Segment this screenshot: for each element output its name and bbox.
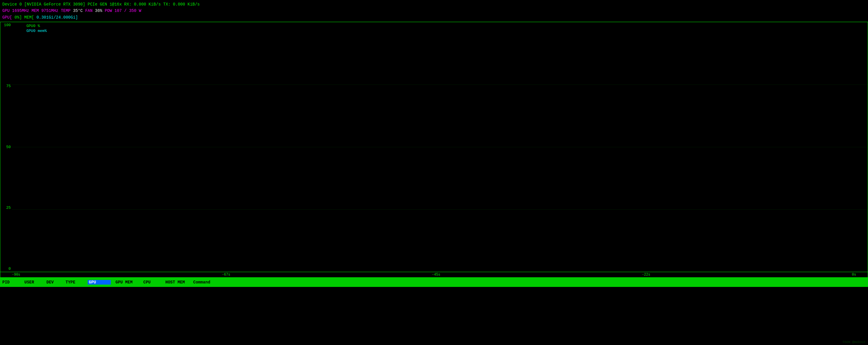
chart-inner: GPU0 % GPU0 mem% — [12, 22, 868, 272]
col-user: USER — [24, 280, 42, 285]
device-info-line: Device 0 [NVIDIA GeForce RTX 3090] PCIe … — [2, 1, 866, 7]
col-gpu: GPU — [88, 280, 111, 285]
x-label-90s: -90s — [12, 273, 20, 277]
x-label-67s: -67s — [222, 273, 230, 277]
y-label-25: 25 — [1, 206, 11, 210]
y-label-75: 75 — [1, 84, 11, 88]
gpu-bar-line: GPU[ 0%] MEM[ 0.301Gi/24.000Gi] — [2, 14, 866, 21]
chart-area: 100 75 50 25 0 GPU0 % GPU — [0, 22, 868, 272]
gpu-stats-line: GPU 1695MHz MEM 9751MHz TEMP 35°C FAN 36… — [2, 7, 866, 14]
chart-section: 100 75 50 25 0 GPU0 % GPU — [0, 22, 868, 278]
y-label-100: 100 — [1, 23, 11, 27]
col-pid: PID — [2, 280, 20, 285]
mem-bar-close: ] — [75, 15, 78, 20]
device-info-text: Device 0 [NVIDIA GeForce RTX 3090] PCIe … — [2, 2, 200, 7]
mem-bar-label: MEM[ — [22, 15, 34, 20]
y-label-50: 50 — [1, 145, 11, 149]
x-label-45s: -45s — [432, 273, 440, 277]
table-header: PID USER DEV TYPE GPU GPU MEM CPU HOST M… — [0, 278, 868, 287]
col-dev: DEV — [46, 280, 61, 285]
x-axis: -90s -67s -45s -22s 0s — [0, 272, 868, 277]
header-section: Device 0 [NVIDIA GeForce RTX 3090] PCIe … — [0, 0, 868, 22]
gpu-bar-pct: 0%] — [12, 15, 22, 20]
main-container: Device 0 [NVIDIA GeForce RTX 3090] PCIe … — [0, 0, 868, 345]
footer-section: ©SON @mobout — [0, 287, 868, 345]
x-label-0s: 0s — [852, 273, 856, 277]
gpu-bar-label: GPU[ — [2, 15, 12, 20]
chart-svg — [12, 22, 868, 272]
col-type: TYPE — [66, 280, 83, 285]
col-host-mem: HOST MEM — [165, 280, 189, 285]
col-cpu: CPU — [143, 280, 161, 285]
mem-bar-value: 0.301Gi/24.000Gi — [34, 15, 75, 20]
y-axis: 100 75 50 25 0 — [0, 22, 12, 272]
gpu-freq-mem-temp-text: GPU 1695MHz MEM 9751MHz TEMP 35°C FAN 36… — [2, 8, 141, 13]
x-label-22s: -22s — [642, 273, 650, 277]
col-gpu-mem: GPU MEM — [116, 280, 139, 285]
col-command: Command — [193, 280, 210, 285]
watermark: ©SON @mobout — [843, 340, 866, 344]
y-label-0: 0 — [1, 267, 11, 271]
